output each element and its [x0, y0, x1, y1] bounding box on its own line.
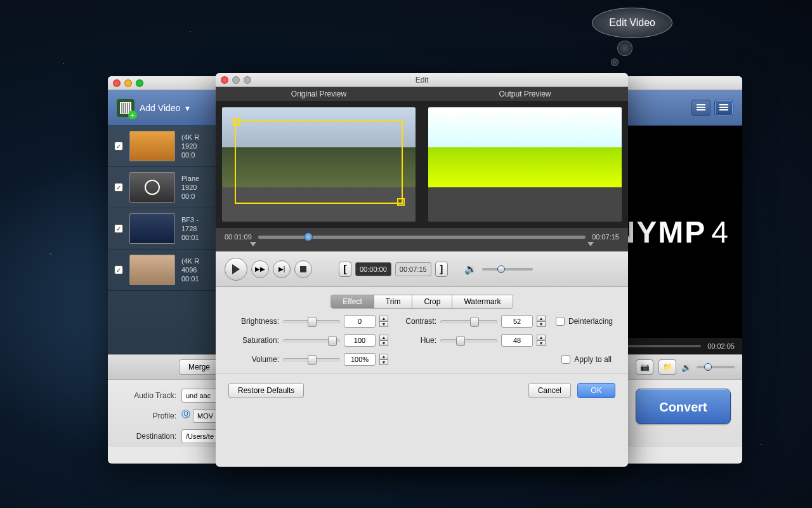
- scrubber-track[interactable]: [258, 236, 586, 239]
- chevron-down-icon: ▾: [185, 103, 190, 113]
- volume-slider[interactable]: [697, 366, 735, 368]
- view-grid-button[interactable]: [714, 100, 733, 116]
- set-out-button[interactable]: ]: [435, 262, 448, 277]
- stop-icon: [300, 266, 306, 272]
- brightness-label: Brightness:: [232, 317, 279, 326]
- folder-button[interactable]: 📁: [658, 359, 676, 375]
- callout-tail: [617, 41, 632, 56]
- volume-slider[interactable]: [482, 268, 533, 271]
- minimize-icon: [232, 76, 240, 84]
- output-header: Output Preview: [422, 87, 628, 101]
- video-info: Plane 1920 00:0: [181, 174, 199, 201]
- zoom-icon: [244, 76, 251, 84]
- volume-label: Volume:: [232, 355, 279, 364]
- deinterlacing-checkbox[interactable]: [556, 317, 565, 326]
- brightness-stepper[interactable]: ▲▼: [379, 316, 388, 327]
- saturation-slider[interactable]: [283, 339, 340, 342]
- effect-form: Brightness: ▲▼ Contrast: ▲▼ Deinterlacin…: [216, 315, 628, 366]
- hue-slider[interactable]: [440, 339, 497, 342]
- effect-volume-input[interactable]: [344, 353, 376, 366]
- play-icon: [232, 264, 240, 274]
- brightness-slider[interactable]: [283, 320, 340, 323]
- tab-segment: Effect Trim Crop Watermark: [216, 295, 628, 309]
- brand-suffix: 4: [711, 215, 730, 250]
- scrubber-area: 00:01:09 00:07:15: [216, 228, 628, 251]
- brightness-input[interactable]: [344, 315, 376, 328]
- video-thumbnail: [129, 255, 175, 285]
- view-list-button[interactable]: [691, 100, 710, 116]
- cancel-button[interactable]: Cancel: [528, 383, 571, 398]
- minimize-icon[interactable]: [124, 79, 132, 87]
- contrast-stepper[interactable]: ▲▼: [537, 316, 546, 327]
- volume-icon[interactable]: 🔉: [464, 263, 477, 275]
- video-info: BF3 - 1728 00:01: [181, 215, 199, 243]
- output-preview: [422, 101, 628, 228]
- trim-marker-in[interactable]: [250, 242, 256, 246]
- saturation-label: Saturation:: [232, 336, 279, 345]
- checkbox[interactable]: ✓: [114, 265, 123, 274]
- contrast-label: Contrast:: [398, 317, 436, 326]
- checkbox[interactable]: ✓: [114, 224, 123, 233]
- zoom-icon[interactable]: [136, 79, 143, 87]
- contrast-slider[interactable]: [440, 320, 497, 323]
- scrub-current: 00:01:09: [225, 233, 252, 241]
- tab-trim[interactable]: Trim: [374, 295, 413, 308]
- edit-video-callout: Edit Video: [592, 8, 672, 66]
- scrubber-knob[interactable]: [304, 232, 313, 241]
- apply-to-all-checkbox[interactable]: [561, 355, 570, 364]
- profile-label: Profile:: [119, 411, 176, 420]
- callout-tail-small: [611, 58, 619, 66]
- tab-crop[interactable]: Crop: [412, 295, 452, 308]
- original-preview[interactable]: [216, 101, 422, 228]
- fast-forward-button[interactable]: ▶▶: [251, 260, 269, 278]
- audio-track-label: Audio Track:: [119, 391, 176, 400]
- add-video-label: Add Video: [140, 103, 180, 113]
- view-toggle: [691, 100, 733, 116]
- merge-button[interactable]: Merge: [179, 359, 219, 375]
- preview-headers: Original Preview Output Preview: [216, 87, 628, 101]
- close-icon[interactable]: [113, 79, 121, 87]
- dialog-buttons: Restore Defaults Cancel OK: [216, 373, 628, 407]
- saturation-input[interactable]: [344, 334, 376, 347]
- checkbox[interactable]: ✓: [114, 183, 123, 192]
- close-icon[interactable]: [221, 76, 228, 84]
- original-header: Original Preview: [216, 87, 422, 101]
- trim-in-time[interactable]: 00:00:00: [355, 262, 391, 276]
- saturation-stepper[interactable]: ▲▼: [379, 335, 388, 346]
- video-thumbnail: [129, 213, 175, 244]
- destination-label: Destination:: [119, 432, 176, 441]
- volume-icon[interactable]: 🔉: [681, 363, 691, 372]
- checkbox[interactable]: ✓: [114, 142, 123, 150]
- ok-button[interactable]: OK: [577, 383, 615, 398]
- edit-titlebar[interactable]: Edit: [216, 73, 628, 87]
- crop-rectangle[interactable]: [235, 120, 403, 204]
- hue-stepper[interactable]: ▲▼: [537, 335, 546, 346]
- video-info: (4K R 4096 00:01: [181, 257, 199, 284]
- next-frame-button[interactable]: ▶|: [273, 260, 291, 278]
- effect-volume-slider[interactable]: [283, 358, 340, 361]
- add-video-button[interactable]: Add Video ▾: [117, 99, 190, 117]
- quicktime-icon: Ⓠ: [181, 409, 190, 423]
- apply-to-all-label: Apply to all: [574, 355, 612, 364]
- transport-bar: ▶▶ ▶| [ 00:00:00 00:07:15 ] 🔉: [216, 251, 628, 287]
- hue-input[interactable]: [501, 334, 533, 347]
- video-info: (4K R 1920 00:0: [181, 133, 199, 160]
- tab-watermark[interactable]: Watermark: [452, 295, 512, 308]
- scrub-total: 00:07:15: [592, 233, 619, 241]
- effect-volume-stepper[interactable]: ▲▼: [379, 354, 388, 365]
- video-thumbnail: [129, 131, 175, 161]
- dialog-title: Edit: [216, 76, 628, 84]
- set-in-button[interactable]: [: [339, 262, 351, 277]
- convert-button[interactable]: Convert: [636, 389, 731, 424]
- restore-defaults-button[interactable]: Restore Defaults: [228, 383, 304, 398]
- snapshot-button[interactable]: 📷: [636, 359, 653, 375]
- hue-label: Hue:: [398, 336, 436, 345]
- edit-dialog: Edit Original Preview Output Preview 00:…: [216, 73, 628, 467]
- contrast-input[interactable]: [501, 315, 533, 328]
- trim-marker-out[interactable]: [587, 242, 594, 246]
- trim-out-time[interactable]: 00:07:15: [395, 262, 431, 276]
- play-button[interactable]: [225, 258, 247, 281]
- deinterlacing-label: Deinterlacing: [568, 317, 613, 326]
- stop-button[interactable]: [294, 260, 312, 278]
- tab-effect[interactable]: Effect: [331, 295, 374, 308]
